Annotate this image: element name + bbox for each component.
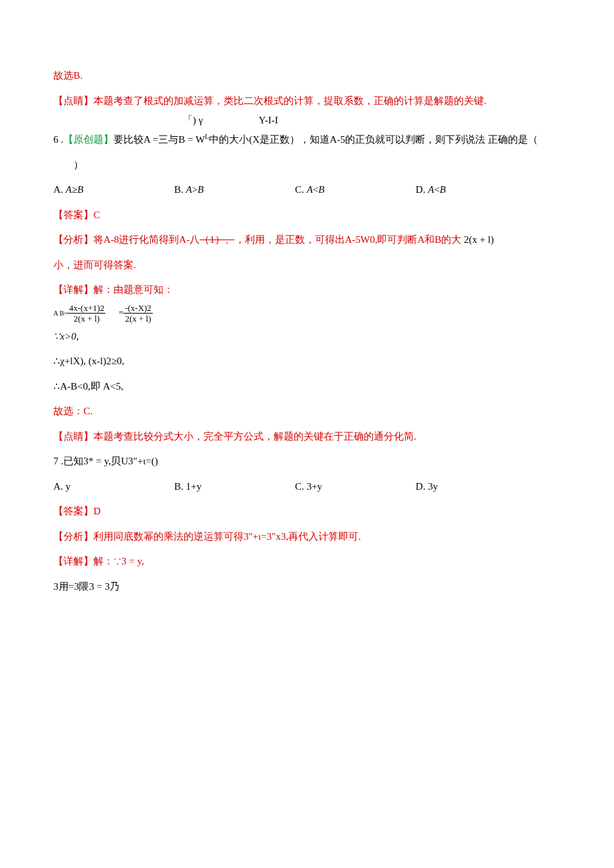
dianjing-label: 【点睛】 [53,95,93,106]
q6-analysis-text-b: ，利用，是正数，可得出A-5W0,即可判断A和B的大 [235,234,462,245]
q6-body-b: 中的大小(X是正数），知道A-5的正负就可以判断，则下列说法 正确的是（ [209,134,538,145]
q7-choice-c: C. 3+y [295,474,416,500]
q6-choices: A. A. A≥BA≥B B. A>B C. A<B D. A<B [53,177,561,203]
q6-number: 6 [53,134,59,145]
q6-dianjing: 【点睛】本题考查比较分式大小，完全平方公式，解题的关键在于正确的通分化简. [53,424,561,450]
q7-analysis-text: 利用同底数幂的乘法的逆运算可得3"+ι=3"x3,再代入计算即可. [93,531,361,542]
q7-analysis: 【分析】利用同底数幂的乘法的逆运算可得3"+ι=3"x3,再代入计算即可. [53,524,561,550]
q6-detail-label: 【详解】 [53,284,93,295]
q6-analysis: 【分析】将A-8进行化简得到A-八（1）、，利用，是正数，可得出A-5W0,即可… [53,228,561,253]
q7-body: .已知3* = y,贝U3"+ι=() [59,456,158,466]
q7-answer-value: D [93,506,101,516]
q6-step2: ∵x>0, [53,324,561,350]
q7-answer-label: 【答案】 [53,506,93,516]
q6-equation: A B=4x-(x+1)22(x + l) =-(x-X)22(x + l) [53,303,561,324]
q6-eq-lead: A B= [53,310,67,317]
q6-frac2-den: 2(x + l) [123,314,153,324]
dianjing-line: 【点睛】本题考查了根式的加减运算，类比二次根式的计算，提取系数，正确的计算是解题… [53,89,561,114]
q6-frac1-den: 2(x + l) [67,314,105,324]
fragment-b: Y-I-I [259,113,278,127]
q6-choice-b: B. A>B [174,177,295,203]
q7-stem: 7 .已知3* = y,贝U3"+ι=() [53,449,561,474]
q7-choice-a: A. y [53,474,174,500]
fragment-row: 「) γ Y-I-I [53,113,561,127]
q6-answer-value: C [93,209,100,220]
q6-frac2: -(x-X)22(x + l) [123,303,153,324]
fragment-a: 「) γ [183,113,256,127]
q6-tag: 【原创题】 [63,134,113,145]
q6-analysis-strike: （1）、 [200,234,235,245]
q6-detail: 【详解】解：由题意可知： [53,278,561,303]
q6-eq-sign: = [119,308,123,318]
dianjing-text: 本题考查了根式的加减运算，类比二次根式的计算，提取系数，正确的计算是解题的关键. [93,95,487,106]
q6-stem: 6 .【原创题】要比较A =三与B = WL中的大小(X是正数），知道A-5的正… [53,127,561,153]
q6-body-a: 要比较A =三与B = W [113,134,205,145]
q7-detail: 【详解】解：∵3 = y, [53,549,561,574]
q7-detail-label: 【详解】 [53,556,93,566]
q6-frac1: 4x-(x+1)22(x + l) [67,303,105,324]
q7-step: 3用=3隈3 = 3乃 [53,574,561,600]
q6-dianjing-label: 【点睛】 [53,431,93,442]
q6-analysis-line2: 小，进而可得答案. [53,253,561,278]
q7-detail-text: 解：∵3 = y, [93,556,144,566]
q6-analysis-label: 【分析】 [53,234,93,245]
q7-choices: A. y B. 1+y C. 3+y D. 3y [53,474,561,500]
conclusion-line: 故选B. [53,63,561,89]
q7-answer: 【答案】D [53,499,561,524]
q6-analysis-text-a: 将A-8进行化简得到A-八 [93,234,200,245]
q6-frac2-num: -(x-X)2 [123,303,153,314]
q7-choice-d: D. 3y [416,474,561,500]
q6-analysis-tail: 2(x + l) [461,234,494,245]
q6-frac1-num: 4x-(x+1)2 [67,303,105,314]
q6-choice-d: D. A<B [416,177,561,203]
q6-detail-text: 解：由题意可知： [93,284,174,295]
q6-step3: ∴χ+lX), (x-l)2≥0, [53,349,561,374]
q6-dot: . [59,134,64,145]
q7-analysis-label: 【分析】 [53,531,93,542]
q7-choice-b: B. 1+y [174,474,295,500]
q6-dianjing-text: 本题考查比较分式大小，完全平方公式，解题的关键在于正确的通分化简. [93,431,416,442]
q7-number: 7 [53,456,59,466]
q6-step4: ∴A-B<0,即 A<5, [53,374,561,400]
q6-paren: ） [53,153,561,178]
q6-answer: 【答案】C [53,203,561,228]
q6-answer-label: 【答案】 [53,209,93,220]
q6-choice-a: A. A. A≥BA≥B [53,177,174,203]
q6-choice-c: C. A<B [295,177,416,203]
q6-conclude: 故选：C. [53,399,561,424]
